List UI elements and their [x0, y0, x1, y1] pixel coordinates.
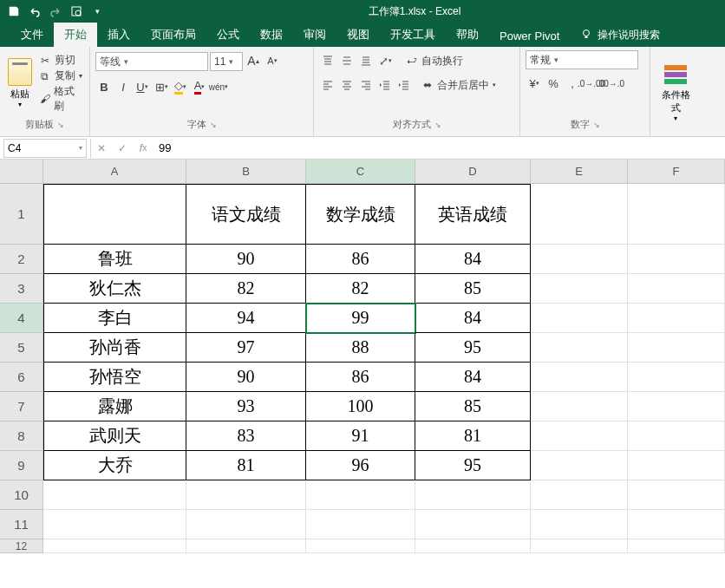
cell-d5[interactable]: 95 [415, 333, 531, 363]
redo-icon[interactable] [49, 4, 62, 18]
fill-color-button[interactable]: ◇▾ [172, 78, 189, 95]
accounting-format-button[interactable]: ¥▾ [526, 75, 543, 92]
border-button[interactable]: ⊞▾ [153, 78, 170, 95]
cell-c11[interactable] [306, 510, 415, 539]
tab-file[interactable]: 文件 [10, 23, 54, 47]
cell-f1[interactable] [628, 184, 725, 245]
cell-d1[interactable]: 英语成绩 [415, 184, 531, 245]
cancel-icon[interactable]: ✕ [91, 139, 112, 158]
decrease-decimal-button[interactable]: .00→.0 [602, 75, 619, 92]
cell-c7[interactable]: 100 [306, 392, 415, 421]
tell-me-search[interactable]: 操作说明搜索 [570, 23, 670, 47]
bold-button[interactable]: B [95, 78, 113, 95]
tab-review[interactable]: 审阅 [293, 23, 336, 47]
italic-button[interactable]: I [114, 78, 132, 95]
row-header-11[interactable]: 11 [0, 510, 43, 539]
font-name-combo[interactable]: 等线▾ [95, 52, 208, 71]
cell-f10[interactable] [628, 480, 725, 510]
cell-f2[interactable] [628, 245, 725, 274]
paste-button[interactable]: 粘贴 ▾ [5, 58, 36, 108]
col-header-d[interactable]: D [415, 160, 531, 184]
tab-view[interactable]: 视图 [336, 23, 380, 47]
cell-d12[interactable] [415, 539, 531, 553]
alignment-dialog-launcher[interactable]: ↘ [434, 121, 441, 129]
number-dialog-launcher[interactable]: ↘ [593, 121, 600, 129]
cell-e4[interactable] [531, 304, 628, 333]
col-header-c[interactable]: C [306, 160, 415, 184]
cell-c3[interactable]: 82 [306, 274, 415, 304]
select-all-corner[interactable] [0, 160, 43, 184]
align-bottom-button[interactable] [357, 52, 375, 69]
cell-b12[interactable] [186, 539, 306, 553]
align-middle-button[interactable] [338, 52, 356, 69]
cell-c8[interactable]: 91 [306, 421, 415, 451]
decrease-font-icon[interactable]: A▾ [264, 52, 281, 69]
orientation-button[interactable]: ⤢▾ [376, 52, 394, 69]
cell-b6[interactable]: 90 [186, 363, 306, 392]
cell-a8[interactable]: 武则天 [43, 421, 186, 451]
tab-developer[interactable]: 开发工具 [380, 23, 446, 47]
name-box[interactable]: C4▾ [3, 139, 87, 158]
increase-font-icon[interactable]: A▴ [245, 52, 262, 69]
row-header-2[interactable]: 2 [0, 245, 43, 274]
cell-c1[interactable]: 数学成绩 [306, 184, 415, 245]
cell-d11[interactable] [415, 510, 531, 539]
fx-icon[interactable]: fx [133, 139, 153, 158]
cell-e9[interactable] [531, 451, 628, 480]
align-top-button[interactable] [319, 52, 336, 69]
cell-a10[interactable] [43, 480, 186, 510]
font-dialog-launcher[interactable]: ↘ [210, 121, 217, 129]
col-header-b[interactable]: B [186, 160, 306, 184]
cell-d10[interactable] [415, 480, 531, 510]
cell-f3[interactable] [628, 274, 725, 304]
col-header-f[interactable]: F [628, 160, 725, 184]
wrap-text-button[interactable]: ⮐ 自动换行 [406, 53, 463, 69]
cell-a1[interactable] [43, 184, 186, 245]
cell-e8[interactable] [531, 421, 628, 451]
row-header-4[interactable]: 4 [0, 304, 43, 333]
cell-e1[interactable] [531, 184, 628, 245]
cell-f5[interactable] [628, 333, 725, 363]
cell-b8[interactable]: 83 [186, 421, 306, 451]
decrease-indent-button[interactable] [376, 76, 394, 94]
col-header-a[interactable]: A [43, 160, 186, 184]
font-size-combo[interactable]: 11▾ [210, 52, 243, 71]
qat-customize-icon[interactable]: ▾ [90, 4, 104, 18]
cell-c12[interactable] [306, 539, 415, 553]
percent-button[interactable]: % [545, 75, 562, 92]
tab-page-layout[interactable]: 页面布局 [140, 23, 206, 47]
cell-d4[interactable]: 84 [415, 304, 531, 333]
cell-e12[interactable] [531, 539, 628, 553]
cell-e10[interactable] [531, 480, 628, 510]
cell-a3[interactable]: 狄仁杰 [43, 274, 186, 304]
tab-home[interactable]: 开始 [54, 23, 97, 47]
cell-e6[interactable] [531, 363, 628, 392]
cell-c6[interactable]: 86 [306, 363, 415, 392]
align-left-button[interactable] [319, 76, 336, 94]
cell-d2[interactable]: 84 [415, 245, 531, 274]
cell-b7[interactable]: 93 [186, 392, 306, 421]
cell-c5[interactable]: 88 [306, 333, 415, 363]
cell-c4[interactable]: 99 [306, 304, 415, 333]
row-header-1[interactable]: 1 [0, 184, 43, 245]
conditional-format-button[interactable]: 条件格式 ▾ [656, 59, 696, 124]
tab-formulas[interactable]: 公式 [206, 23, 250, 47]
row-header-6[interactable]: 6 [0, 363, 43, 392]
cell-a11[interactable] [43, 510, 186, 539]
align-right-button[interactable] [357, 76, 375, 94]
cell-f12[interactable] [628, 539, 725, 553]
formula-input[interactable] [153, 139, 725, 158]
clipboard-dialog-launcher[interactable]: ↘ [57, 121, 64, 129]
cell-d6[interactable]: 84 [415, 363, 531, 392]
cell-d8[interactable]: 81 [415, 421, 531, 451]
row-header-7[interactable]: 7 [0, 392, 43, 421]
row-header-12[interactable]: 12 [0, 539, 43, 553]
row-header-9[interactable]: 9 [0, 451, 43, 480]
cell-b2[interactable]: 90 [186, 245, 306, 274]
row-header-10[interactable]: 10 [0, 480, 43, 510]
cell-b3[interactable]: 82 [186, 274, 306, 304]
cell-e7[interactable] [531, 392, 628, 421]
copy-button[interactable]: ⧉ 复制▾ [39, 69, 84, 83]
cut-button[interactable]: ✂ 剪切 [39, 53, 84, 68]
save-icon[interactable] [7, 4, 21, 18]
